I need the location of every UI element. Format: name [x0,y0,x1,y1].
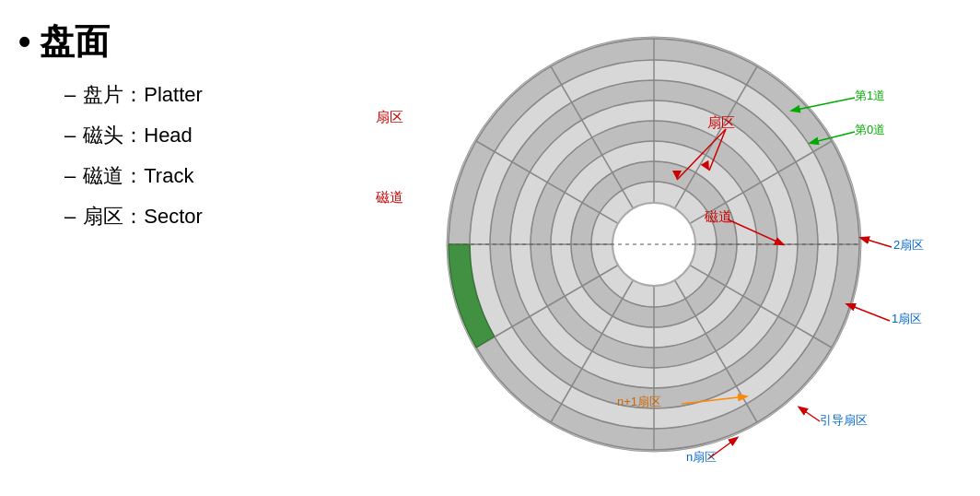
dash-4: – [64,196,76,237]
sector-label: 扇区：Sector [83,196,203,237]
track-label-text: 磁道 [704,208,732,224]
sector-guide-label: 引导扇区 [820,413,868,427]
track0-label: 第0道 [855,123,885,136]
title-text: 盘面 [40,18,110,65]
sector-n1-label: n+1扇区 [617,395,661,408]
head-label: 磁头：Head [83,115,192,156]
sub-item-track: – 磁道：Track [64,156,313,196]
dash-2: – [64,115,76,156]
platter-label: 盘片：Platter [83,75,203,115]
left-panel: • 盘面 – 盘片：Platter – 磁头：Head – 磁道：Track –… [18,18,313,237]
sub-item-head: – 磁头：Head [64,115,313,156]
dash-3: – [64,156,76,196]
sub-item-sector: – 扇区：Sector [64,196,313,237]
sector1-label: 1扇区 [892,312,922,325]
track1-label: 第1道 [855,89,885,102]
track-text-label: 磁道 [376,189,403,207]
svg-line-42 [847,304,890,321]
bullet-point: • [18,22,30,62]
main-title: • 盘面 [18,18,313,65]
sub-item-platter: – 盘片：Platter [64,75,313,115]
svg-line-45 [799,407,820,421]
sub-items-list: – 盘片：Platter – 磁头：Head – 磁道：Track – 扇区：S… [64,75,313,237]
svg-point-32 [612,203,695,286]
sector-label-text: 扇区 [707,114,735,130]
svg-line-41 [861,238,892,247]
sector-text-label: 扇区 [376,109,403,126]
track-label: 磁道：Track [83,156,193,196]
sector2-label: 2扇区 [893,238,924,252]
disk-diagram: 扇区 磁道 第1道 [350,9,958,489]
dash-1: – [64,75,76,115]
